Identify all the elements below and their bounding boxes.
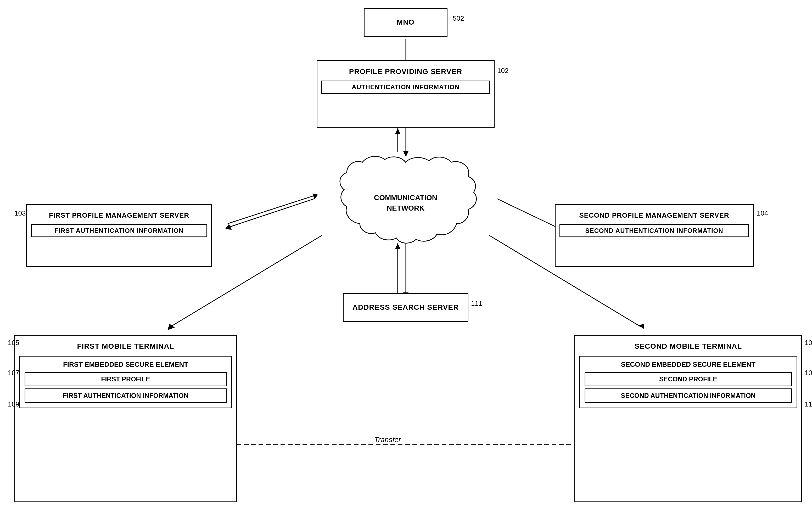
address-search-server-box: ADDRESS SEARCH SERVER <box>343 293 469 322</box>
svg-marker-15 <box>638 324 644 329</box>
svg-marker-5 <box>395 128 400 134</box>
second-ese-label: SECOND EMBEDDED SECURE ELEMENT <box>582 359 794 370</box>
svg-marker-13 <box>167 324 175 330</box>
svg-marker-11 <box>312 194 318 199</box>
address-search-server-label: ADDRESS SEARCH SERVER <box>349 301 463 314</box>
profile-providing-server-ref: 102 <box>497 67 508 75</box>
first-auth-label: FIRST AUTHENTICATION INFORMATION <box>63 392 188 399</box>
first-ese-ref: 107 <box>8 369 19 377</box>
second-profile-mgmt-server-box: SECOND PROFILE MANAGEMENT SERVER SECOND … <box>555 204 754 267</box>
svg-text:COMMUNICATION: COMMUNICATION <box>374 194 437 202</box>
first-mobile-terminal-label: FIRST MOBILE TERMINAL <box>73 340 178 353</box>
second-profile-ref: 110 <box>805 400 812 408</box>
profile-providing-server-inner: AUTHENTICATION INFORMATION <box>321 80 490 94</box>
svg-line-6 <box>228 199 314 228</box>
first-profile-mgmt-server-ref: 103 <box>14 209 26 217</box>
address-search-server-ref: 111 <box>471 300 482 308</box>
first-profile-mgmt-server-inner: FIRST AUTHENTICATION INFORMATION <box>31 224 207 237</box>
mno-label: MNO <box>393 15 418 29</box>
second-profile-mgmt-server-label: SECOND PROFILE MANAGEMENT SERVER <box>575 209 733 222</box>
first-ese-label: FIRST EMBEDDED SECURE ELEMENT <box>23 359 229 370</box>
second-profile-label: SECOND PROFILE <box>659 375 717 383</box>
second-mobile-terminal-label: SECOND MOBILE TERMINAL <box>631 340 746 353</box>
svg-text:NETWORK: NETWORK <box>387 204 425 212</box>
second-profile-mgmt-server-ref: 104 <box>757 209 768 217</box>
first-profile-ref: 109 <box>8 400 19 408</box>
profile-providing-server-box: PROFILE PROVIDING SERVER AUTHENTICATION … <box>316 60 494 128</box>
mno-box: MNO <box>364 8 447 36</box>
profile-providing-server-label: PROFILE PROVIDING SERVER <box>345 65 466 78</box>
communication-network-cloud: COMMUNICATION NETWORK <box>332 154 479 246</box>
transfer-label: Transfer <box>374 436 401 444</box>
second-mobile-terminal-ref: 106 <box>805 339 812 347</box>
second-ese-ref: 108 <box>805 369 812 377</box>
second-auth-label: SECOND AUTHENTICATION INFORMATION <box>621 392 756 399</box>
mno-ref: 502 <box>453 14 464 22</box>
first-mobile-terminal-box: FIRST MOBILE TERMINAL FIRST EMBEDDED SEC… <box>14 335 237 502</box>
first-profile-label: FIRST PROFILE <box>101 375 150 383</box>
svg-marker-7 <box>225 224 232 230</box>
first-profile-mgmt-server-box: FIRST PROFILE MANAGEMENT SERVER FIRST AU… <box>26 204 212 267</box>
svg-line-10 <box>228 196 314 224</box>
first-mobile-terminal-ref: 105 <box>8 339 19 347</box>
diagram-container: MNO 502 PROFILE PROVIDING SERVER AUTHENT… <box>0 0 812 525</box>
second-mobile-terminal-box: SECOND MOBILE TERMINAL SECOND EMBEDDED S… <box>574 335 802 502</box>
svg-line-8 <box>497 199 557 228</box>
second-profile-mgmt-server-inner: SECOND AUTHENTICATION INFORMATION <box>560 224 749 237</box>
first-profile-mgmt-server-label: FIRST PROFILE MANAGEMENT SERVER <box>45 209 193 222</box>
